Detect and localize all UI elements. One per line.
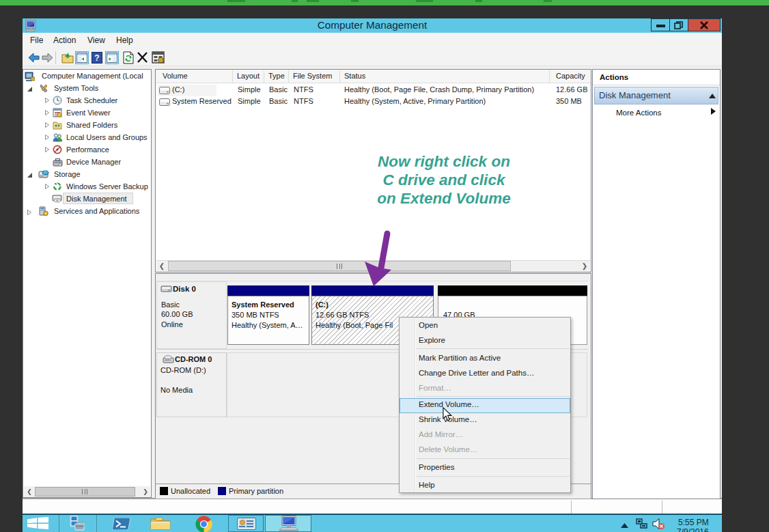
svg-text:?: ? (94, 53, 99, 63)
